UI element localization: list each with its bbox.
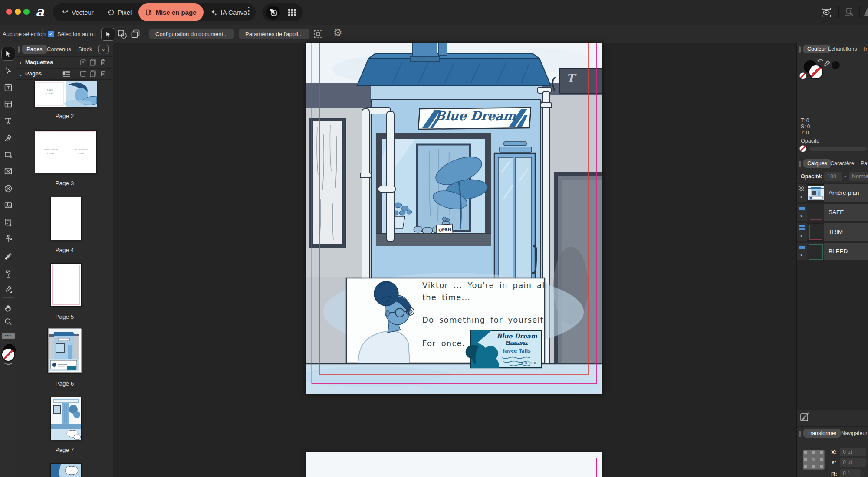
ellipse-frame-tool[interactable] bbox=[1, 182, 15, 196]
duplicate-page-button[interactable] bbox=[89, 70, 96, 77]
more-tools-button[interactable]: ••• bbox=[2, 333, 15, 339]
data-entry-tool[interactable] bbox=[1, 216, 15, 229]
page-2-thumbnail[interactable]: back cover bbox=[35, 81, 97, 107]
layer-thumbnail[interactable] bbox=[807, 204, 824, 221]
tab-echantillons[interactable]: Échantillons bbox=[828, 46, 857, 52]
page-6-thumbnail-selected[interactable] bbox=[48, 328, 82, 373]
tab-caractere[interactable]: Caractère bbox=[830, 160, 854, 167]
opacity-none-swatch[interactable] bbox=[799, 145, 806, 152]
r-field-input[interactable]: 0 ° bbox=[840, 469, 861, 477]
document-setup-button[interactable]: Configuration du document... bbox=[149, 29, 234, 39]
layer-row-bleed[interactable]: › BLEED bbox=[797, 243, 868, 260]
point-transform-tool[interactable] bbox=[1, 232, 15, 246]
fill-color-swatch-none[interactable] bbox=[809, 65, 823, 79]
duplicate-master-button[interactable] bbox=[89, 59, 96, 66]
close-window-icon[interactable] bbox=[6, 9, 12, 15]
zoom-window-icon[interactable] bbox=[23, 9, 30, 15]
pages-expander-icon[interactable]: ⌄ bbox=[19, 71, 23, 77]
duplicate-view-button[interactable] bbox=[844, 7, 854, 17]
text-style-button[interactable]: A bbox=[266, 6, 280, 20]
layer-thumbnail[interactable] bbox=[807, 223, 824, 241]
layer-expander-icon[interactable]: › bbox=[800, 232, 802, 238]
opacity-chevron-icon[interactable]: ⌄ bbox=[843, 173, 847, 179]
tab-transformer[interactable]: Transformer bbox=[803, 429, 841, 438]
picked-color-swatch[interactable] bbox=[831, 61, 840, 70]
rectangle-frame-tool[interactable] bbox=[1, 164, 15, 178]
layers-opacity-value[interactable]: 100 % bbox=[824, 172, 842, 181]
page-4-label[interactable]: Page 4 bbox=[16, 247, 113, 253]
zoom-tool[interactable] bbox=[1, 315, 15, 329]
rotation-chevron-icon[interactable]: ⌄ bbox=[862, 470, 866, 476]
transparency-tool[interactable] bbox=[1, 267, 15, 281]
masters-expander-icon[interactable]: › bbox=[20, 60, 21, 66]
delete-master-button[interactable] bbox=[100, 59, 106, 66]
rectangle-tool[interactable] bbox=[1, 148, 15, 162]
layer-thumbnail[interactable] bbox=[807, 184, 824, 202]
pan-tool[interactable] bbox=[1, 301, 15, 315]
tab-trait[interactable]: Tr bbox=[862, 46, 867, 52]
panel-drag-handle[interactable] bbox=[18, 46, 20, 53]
tab-mise-en-page[interactable]: Mise en page bbox=[138, 3, 203, 21]
page-3-label[interactable]: Page 3 bbox=[16, 180, 113, 186]
gear-icon[interactable]: ⚙ bbox=[333, 27, 342, 39]
page-5-thumbnail[interactable] bbox=[51, 264, 81, 306]
page-4-thumbnail[interactable] bbox=[51, 197, 81, 240]
place-image-tool[interactable] bbox=[1, 198, 15, 212]
tab-navigateur[interactable]: Navigateur bbox=[841, 430, 867, 436]
selection-cycle-button[interactable] bbox=[117, 29, 128, 39]
app-settings-button[interactable]: Paramètres de l'appli... bbox=[239, 29, 309, 39]
fill-gradient-tool[interactable] bbox=[1, 249, 15, 263]
add-page-button[interactable] bbox=[80, 70, 87, 77]
blend-mode-select[interactable]: Normal bbox=[849, 172, 868, 181]
document-page-7-partial[interactable] bbox=[306, 452, 602, 477]
tab-couleur[interactable]: Couleur bbox=[803, 45, 830, 53]
swap-fill-stroke-icon[interactable] bbox=[4, 362, 13, 367]
anchor-point-selector[interactable] bbox=[803, 450, 825, 470]
move-tool-mode-button[interactable] bbox=[101, 28, 115, 41]
split-view-button[interactable] bbox=[863, 7, 868, 17]
artistic-text-tool[interactable] bbox=[1, 114, 15, 128]
layer-expander-icon[interactable]: › bbox=[800, 193, 802, 199]
layer-row-safe[interactable]: › SAFE bbox=[797, 204, 868, 221]
page-3-thumbnail[interactable]: inside front cover inside back cover bbox=[35, 131, 96, 173]
edit-layer-button[interactable] bbox=[800, 412, 809, 421]
apps-grid-button[interactable] bbox=[285, 6, 299, 20]
tab-paragraphe[interactable]: Para bbox=[861, 160, 868, 167]
document-page-6[interactable]: Blue Dream T OPEN Viktor ... You're in p… bbox=[306, 43, 602, 394]
page-8-thumbnail-partial[interactable] bbox=[51, 464, 81, 477]
delete-page-button[interactable] bbox=[100, 70, 106, 77]
color-picker-icon[interactable] bbox=[822, 59, 831, 68]
sort-pages-button[interactable] bbox=[62, 70, 70, 77]
color-picker-tool[interactable] bbox=[1, 282, 15, 296]
move-tool[interactable] bbox=[1, 47, 15, 61]
layer-row-trim[interactable]: › TRIM bbox=[797, 223, 868, 241]
page-2-label[interactable]: Page 2 bbox=[16, 113, 113, 119]
tab-pixel[interactable]: Pixel bbox=[101, 3, 139, 21]
tab-stock[interactable]: Stock bbox=[74, 45, 97, 54]
layer-row-arriere-plan[interactable]: › Arrière-plan bbox=[797, 184, 868, 202]
tab-contenus[interactable]: Contenus bbox=[43, 45, 76, 54]
opacity-slider[interactable] bbox=[809, 147, 867, 151]
layer-expander-icon[interactable]: › bbox=[800, 252, 802, 258]
snapping-button[interactable] bbox=[313, 29, 323, 39]
page-7-label[interactable]: Page 7 bbox=[16, 447, 113, 453]
pen-tool[interactable] bbox=[1, 131, 15, 145]
node-tool[interactable] bbox=[1, 64, 15, 78]
secondary-swatch-none[interactable] bbox=[799, 72, 806, 79]
layer-expander-icon[interactable]: › bbox=[800, 212, 802, 219]
y-field-input[interactable]: 0 pt bbox=[840, 458, 866, 467]
insert-target-button[interactable] bbox=[130, 29, 141, 39]
tab-vecteur[interactable]: Vecteur bbox=[55, 3, 101, 21]
page-7-thumbnail[interactable] bbox=[51, 397, 81, 440]
panel-menu-button[interactable]: ⌄ bbox=[98, 45, 108, 54]
add-master-button[interactable] bbox=[80, 59, 87, 66]
x-field-input[interactable]: 0 pt bbox=[840, 448, 866, 456]
panel-drag-handle[interactable] bbox=[799, 431, 801, 437]
table-tool[interactable] bbox=[1, 97, 15, 111]
auto-select-checkbox[interactable]: ✓ bbox=[48, 31, 54, 37]
tab-calques[interactable]: Calques bbox=[803, 159, 831, 168]
kebab-menu-icon[interactable]: ⋮ bbox=[244, 5, 251, 16]
panel-drag-handle[interactable] bbox=[799, 161, 801, 167]
page-5-label[interactable]: Page 5 bbox=[16, 314, 113, 320]
frame-text-tool[interactable] bbox=[1, 81, 15, 95]
